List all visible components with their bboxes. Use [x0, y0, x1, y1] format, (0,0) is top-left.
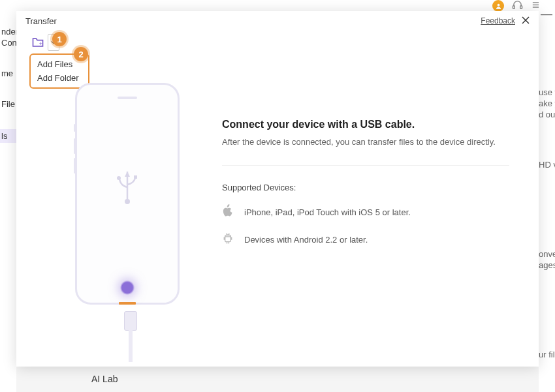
background-left-sidebar: nder Con me File ls: [0, 0, 16, 392]
svg-rect-1: [513, 5, 515, 8]
svg-point-15: [229, 234, 229, 235]
connect-instructions: Connect your device with a USB cable. Af…: [222, 119, 509, 259]
android-device-text: Devices with Android 2.2 or later.: [244, 235, 368, 245]
background-right-panel: — use v ake y d our HD v onve ages ur fi…: [539, 0, 555, 392]
ios-device-row: iPhone, iPad, iPod Touch with iOS 5 or l…: [222, 204, 509, 220]
svg-rect-12: [134, 175, 137, 179]
android-device-row: Devices with Android 2.2 or later.: [222, 232, 509, 247]
svg-point-14: [227, 234, 227, 235]
callout-badge-2: 2: [74, 47, 88, 61]
feedback-link[interactable]: Feedback: [481, 16, 515, 25]
supported-devices-label: Supported Devices:: [222, 183, 509, 192]
callout-badge-1: 1: [52, 32, 67, 46]
svg-point-0: [497, 3, 500, 6]
connect-heading: Connect your device with a USB cable.: [222, 119, 509, 130]
modal-title: Transfer: [25, 16, 57, 26]
transfer-modal: Transfer Feedback + Add Files Add Folder…: [16, 11, 539, 367]
svg-point-10: [125, 199, 130, 204]
phone-illustration: [75, 83, 186, 357]
svg-text:+: +: [39, 40, 42, 47]
close-icon[interactable]: [522, 16, 530, 26]
phone-home-button-icon: [119, 279, 136, 296]
svg-rect-2: [520, 5, 522, 8]
svg-point-11: [117, 176, 121, 180]
usb-cable-head-icon: [124, 311, 137, 331]
divider: [222, 165, 509, 166]
main-titlebar: [0, 0, 555, 12]
ios-device-text: iPhone, iPad, iPod Touch with iOS 5 or l…: [244, 207, 411, 217]
android-icon: [222, 232, 234, 247]
background-bottom-label: AI Lab: [91, 374, 118, 384]
connect-subtext: After the device is connected, you can t…: [222, 137, 509, 147]
usb-trident-icon: [112, 166, 143, 208]
modal-header: Transfer Feedback: [16, 11, 539, 31]
account-avatar-icon[interactable]: [492, 0, 504, 12]
apple-icon: [222, 204, 234, 220]
add-file-button[interactable]: +: [29, 34, 46, 51]
